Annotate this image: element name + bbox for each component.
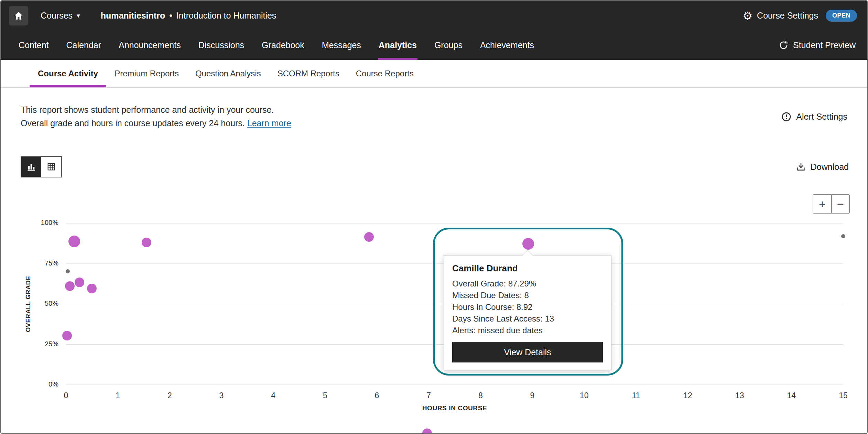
nav-tab-messages[interactable]: Messages xyxy=(321,31,362,60)
nav-spacer xyxy=(551,31,779,60)
x-tick-label: 5 xyxy=(315,391,335,400)
gridline xyxy=(66,384,843,385)
data-point[interactable] xyxy=(66,269,70,273)
student-preview-button[interactable]: Student Preview xyxy=(779,31,856,60)
learn-more-link[interactable]: Learn more xyxy=(247,118,291,128)
student-preview-icon xyxy=(779,40,789,50)
view-toggle-group xyxy=(21,156,62,177)
course-settings-label: Course Settings xyxy=(757,11,818,21)
nav-tab-content[interactable]: Content xyxy=(18,31,50,60)
alert-settings-label: Alert Settings xyxy=(796,112,847,122)
analytics-page: Courses ▾ humanitiesintro • Introduction… xyxy=(0,0,868,434)
x-tick-label: 12 xyxy=(677,391,698,400)
y-tick-label: 0% xyxy=(17,380,58,388)
x-tick-label: 4 xyxy=(263,391,284,400)
nav-tab-label: Announcements xyxy=(119,40,181,50)
x-tick-label: 10 xyxy=(574,391,595,400)
x-tick-label: 8 xyxy=(470,391,491,400)
analytics-subtabs: Course Activity Premium Reports Question… xyxy=(1,60,867,88)
report-description-line1: This report shows student performance an… xyxy=(21,103,291,117)
bar-chart-icon xyxy=(26,162,36,172)
x-tick-label: 6 xyxy=(367,391,387,400)
y-tick-label: 50% xyxy=(17,300,58,307)
data-point[interactable] xyxy=(75,278,84,287)
y-tick-label: 75% xyxy=(17,259,58,267)
breadcrumb: humanitiesintro • Introduction to Humani… xyxy=(101,11,276,21)
subtab-label: Premium Reports xyxy=(115,69,179,78)
nav-tab-label: Calendar xyxy=(66,40,101,50)
student-tooltip: Camille Durand Overall Grade: 87.29% Mis… xyxy=(444,255,611,370)
nav-tab-gradebook[interactable]: Gradebook xyxy=(261,31,305,60)
y-tick-label: 25% xyxy=(17,340,58,348)
data-point[interactable] xyxy=(62,331,72,340)
x-tick-label: 9 xyxy=(522,391,543,400)
alert-icon xyxy=(781,111,792,122)
nav-tab-calendar[interactable]: Calendar xyxy=(66,31,102,60)
x-tick-label: 0 xyxy=(56,391,76,400)
chart-view-toggle-button[interactable] xyxy=(21,157,41,177)
courses-label: Courses xyxy=(41,11,73,21)
view-details-button[interactable]: View Details xyxy=(452,342,603,362)
table-grid-icon xyxy=(46,162,56,172)
report-description-line2: Overall grade and hours in course update… xyxy=(21,117,291,130)
x-tick-label: 13 xyxy=(729,391,750,400)
tooltip-days-since-last-access: Days Since Last Access: 13 xyxy=(452,313,603,325)
x-axis-title: HOURS IN COURSE xyxy=(66,404,843,412)
tooltip-alerts: Alerts: missed due dates xyxy=(452,325,603,336)
data-point-highlighted[interactable] xyxy=(522,238,534,250)
report-description: This report shows student performance an… xyxy=(21,103,291,130)
table-view-toggle-button[interactable] xyxy=(41,157,61,177)
subtab-label: SCORM Reports xyxy=(278,69,339,78)
data-point[interactable] xyxy=(87,284,97,293)
breadcrumb-course-name: Introduction to Humanities xyxy=(176,11,276,21)
subtab-premium-reports[interactable]: Premium Reports xyxy=(106,60,187,87)
tooltip-hours-in-course: Hours in Course: 8.92 xyxy=(452,301,603,313)
data-point[interactable] xyxy=(65,281,75,291)
nav-tab-label: Messages xyxy=(322,40,361,50)
data-point[interactable] xyxy=(422,428,432,434)
report-description-row: This report shows student performance an… xyxy=(1,103,867,130)
nav-tab-announcements[interactable]: Announcements xyxy=(118,31,182,60)
subtab-course-activity[interactable]: Course Activity xyxy=(30,60,106,87)
zoom-out-button[interactable]: − xyxy=(831,195,849,213)
nav-tab-discussions[interactable]: Discussions xyxy=(198,31,245,60)
tooltip-student-name: Camille Durand xyxy=(452,263,603,274)
course-settings-button[interactable]: ⚙ Course Settings xyxy=(742,10,818,21)
home-button[interactable] xyxy=(9,6,28,25)
nav-tab-label: Groups xyxy=(434,40,463,50)
x-tick-label: 15 xyxy=(833,391,854,400)
top-bar: Courses ▾ humanitiesintro • Introduction… xyxy=(1,1,867,31)
nav-tab-label: Achievements xyxy=(480,40,534,50)
data-point[interactable] xyxy=(364,232,374,242)
home-icon xyxy=(13,11,24,21)
report-description-line2-text: Overall grade and hours in course update… xyxy=(21,118,245,128)
x-tick-label: 1 xyxy=(108,391,128,400)
download-button[interactable]: Download xyxy=(796,162,849,172)
gridline xyxy=(66,223,843,224)
subtab-course-reports[interactable]: Course Reports xyxy=(348,60,422,87)
nav-tab-analytics[interactable]: Analytics xyxy=(378,31,417,60)
data-point[interactable] xyxy=(142,238,151,247)
tooltip-missed-due-dates: Missed Due Dates: 8 xyxy=(452,290,603,301)
x-tick-label: 14 xyxy=(781,391,802,400)
x-tick-label: 3 xyxy=(211,391,232,400)
subtab-scorm-reports[interactable]: SCORM Reports xyxy=(269,60,348,87)
nav-tab-label: Discussions xyxy=(198,40,244,50)
alert-settings-button[interactable]: Alert Settings xyxy=(781,111,847,122)
nav-tab-groups[interactable]: Groups xyxy=(434,31,463,60)
courses-menu-button[interactable]: Courses ▾ xyxy=(41,11,80,21)
gear-icon: ⚙ xyxy=(742,10,752,21)
subtab-label: Course Activity xyxy=(38,69,98,78)
download-label: Download xyxy=(811,162,849,172)
subtab-question-analysis[interactable]: Question Analysis xyxy=(187,60,269,87)
x-tick-label: 11 xyxy=(626,391,646,400)
data-point[interactable] xyxy=(841,234,845,238)
breadcrumb-course-id: humanitiesintro xyxy=(101,11,165,21)
chart-toolbar: Download xyxy=(21,156,849,177)
zoom-controls: + − xyxy=(813,194,850,214)
nav-tab-achievements[interactable]: Achievements xyxy=(479,31,535,60)
zoom-in-button[interactable]: + xyxy=(813,195,831,213)
data-point[interactable] xyxy=(68,236,80,247)
nav-tab-label: Content xyxy=(19,40,49,50)
student-preview-label: Student Preview xyxy=(793,40,856,50)
